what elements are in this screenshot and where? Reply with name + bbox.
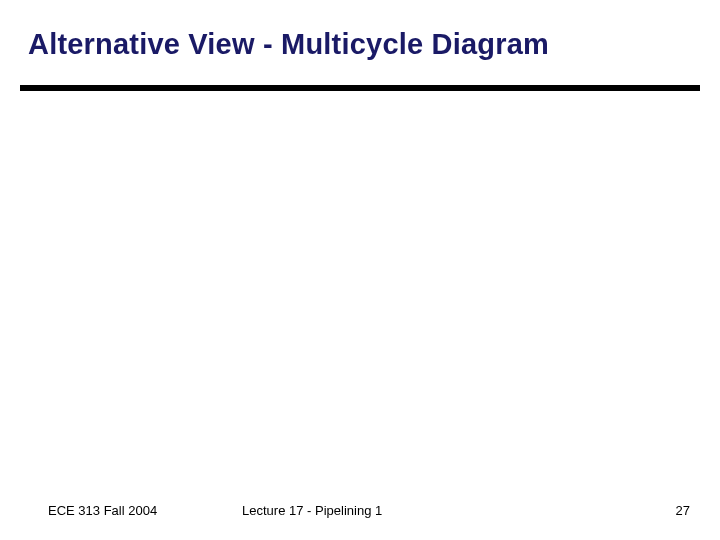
slide-title: Alternative View - Multicycle Diagram	[28, 28, 692, 61]
footer-course: ECE 313 Fall 2004	[48, 503, 157, 518]
slide-footer: ECE 313 Fall 2004 Lecture 17 - Pipelinin…	[0, 498, 720, 518]
footer-lecture: Lecture 17 - Pipelining 1	[242, 503, 382, 518]
footer-page-number: 27	[676, 503, 690, 518]
title-divider	[20, 85, 700, 91]
slide: Alternative View - Multicycle Diagram EC…	[0, 0, 720, 540]
